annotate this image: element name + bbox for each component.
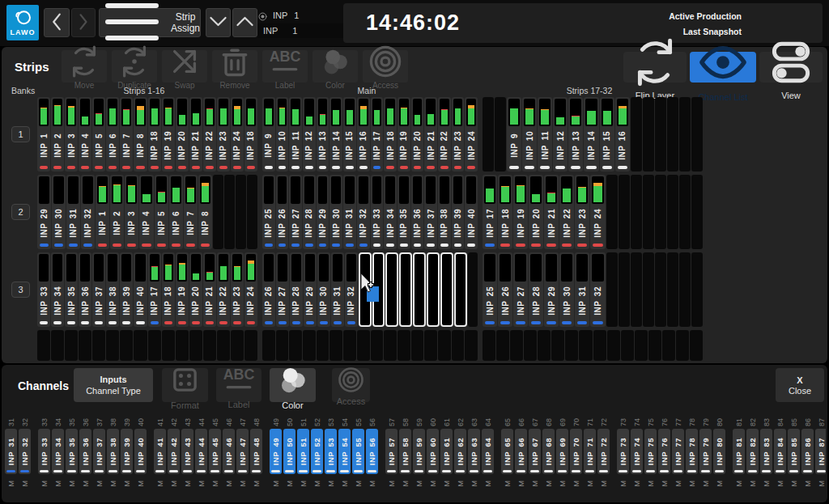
channel-inp-72[interactable]: INP 72 xyxy=(597,429,610,474)
strip-inp-32[interactable]: INP 32 xyxy=(357,175,370,249)
strip-inp-14[interactable]: INP 14 xyxy=(584,97,598,172)
strip-inp-31[interactable]: INP 31 xyxy=(66,175,80,249)
color-button[interactable]: Color xyxy=(312,50,358,83)
channel-inp-77[interactable]: INP 77 xyxy=(672,429,684,474)
channel-inp-69[interactable]: INP 69 xyxy=(556,429,568,474)
channel-inp-79[interactable]: INP 79 xyxy=(699,429,712,474)
channel-inp-78[interactable]: INP 78 xyxy=(686,429,698,474)
strip-inp-18[interactable]: INP 18 xyxy=(498,175,512,249)
channel-inp-39[interactable]: INP 39 xyxy=(121,429,133,474)
strip-inp-27[interactable]: INP 27 xyxy=(513,252,528,327)
strip-inp-10[interactable]: INP 10 xyxy=(276,97,289,172)
strip-inp-39[interactable]: INP 39 xyxy=(120,252,133,327)
strip-inp-9[interactable]: INP 9 xyxy=(507,97,521,172)
channel-inp-50[interactable]: INP 50 xyxy=(283,429,295,474)
strip-inp-1[interactable]: INP 1 xyxy=(96,175,109,249)
strip-inp-4[interactable]: INP 4 xyxy=(79,97,91,172)
channel-inp-67[interactable]: INP 67 xyxy=(529,429,541,474)
strip-inp-28[interactable]: INP 28 xyxy=(529,252,543,327)
strip-inp-33[interactable]: INP 33 xyxy=(37,252,50,327)
strip-inp-40[interactable]: INP 40 xyxy=(465,175,478,249)
strip-inp-20[interactable]: INP 20 xyxy=(411,97,424,172)
channel-inp-47[interactable]: INP 47 xyxy=(236,429,249,474)
strip-inp-40[interactable]: INP 40 xyxy=(134,252,147,327)
insert-target-slot[interactable] xyxy=(440,252,453,327)
strip-inp-30[interactable]: INP 30 xyxy=(329,175,342,249)
strip-inp-12[interactable]: INP 12 xyxy=(303,97,316,172)
strip-inp-7[interactable]: INP 7 xyxy=(184,175,198,249)
channel-inp-83[interactable]: INP 83 xyxy=(760,429,772,474)
strip-inp-6[interactable]: INP 6 xyxy=(169,175,183,249)
strip-inp-24[interactable]: INP 24 xyxy=(244,252,257,327)
channel-inp-53[interactable]: INP 53 xyxy=(325,429,337,474)
channel-inp-62[interactable]: INP 62 xyxy=(454,429,466,474)
strip-inp-23[interactable]: INP 23 xyxy=(452,97,465,172)
strip-inp-29[interactable]: INP 29 xyxy=(304,252,317,327)
strip-inp-30[interactable]: INP 30 xyxy=(317,252,330,327)
strip-inp-26[interactable]: INP 26 xyxy=(262,252,275,327)
strip-inp-20[interactable]: INP 20 xyxy=(189,252,202,327)
strip-inp-22[interactable]: INP 22 xyxy=(438,97,451,172)
strip-inp-19[interactable]: INP 19 xyxy=(176,252,189,327)
strip-inp-21[interactable]: INP 21 xyxy=(544,175,559,249)
strip-inp-15[interactable]: INP 15 xyxy=(343,97,356,172)
channel-inp-87[interactable]: INP 87 xyxy=(815,429,826,474)
strip-inp-36[interactable]: INP 36 xyxy=(411,175,424,249)
strip-inp-21[interactable]: INP 21 xyxy=(203,252,216,327)
format-button[interactable]: Format xyxy=(162,368,208,402)
channel-inp-80[interactable]: INP 80 xyxy=(713,429,725,474)
strip-inp-34[interactable]: INP 34 xyxy=(51,252,64,327)
strip-inp-31[interactable]: INP 31 xyxy=(331,252,344,327)
strip-inp-22[interactable]: INP 22 xyxy=(203,97,216,172)
strip-inp-7[interactable]: INP 7 xyxy=(120,97,133,172)
channel-inp-85[interactable]: INP 85 xyxy=(788,429,800,474)
channel-inp-31[interactable]: INP 31 xyxy=(5,429,17,474)
strip-inp-8[interactable]: INP 8 xyxy=(198,175,212,249)
strip-inp-31[interactable]: INP 31 xyxy=(343,175,356,249)
channel-inp-51[interactable]: INP 51 xyxy=(297,429,309,474)
strip-inp-28[interactable]: INP 28 xyxy=(290,252,303,327)
channel-inp-81[interactable]: INP 81 xyxy=(733,429,745,474)
strip-inp-19[interactable]: INP 19 xyxy=(397,97,410,172)
channel-access-button[interactable]: Access xyxy=(332,368,370,402)
channel-inp-73[interactable]: INP 73 xyxy=(617,429,629,474)
channel-inp-33[interactable]: INP 33 xyxy=(38,429,50,474)
strip-inp-9[interactable]: INP 9 xyxy=(262,97,275,172)
strip-inp-39[interactable]: INP 39 xyxy=(452,175,465,249)
strip-inp-25[interactable]: INP 25 xyxy=(262,175,275,249)
label-button[interactable]: ABC Label xyxy=(262,50,308,83)
strip-inp-32[interactable]: INP 32 xyxy=(590,252,605,327)
channel-inp-36[interactable]: INP 36 xyxy=(79,429,91,474)
insert-target-slot[interactable] xyxy=(385,252,398,327)
channel-select-field[interactable]: INP 1 xyxy=(257,23,356,38)
channel-label-button[interactable]: ABC Label xyxy=(216,368,261,402)
strip-inp-34[interactable]: INP 34 xyxy=(384,175,397,249)
strip-inp-30[interactable]: INP 30 xyxy=(559,252,574,327)
channel-inp-49[interactable]: INP 49 xyxy=(270,429,282,474)
channel-inp-48[interactable]: INP 48 xyxy=(250,429,262,474)
strip-inp-18[interactable]: INP 18 xyxy=(148,97,161,172)
bank-down-button[interactable] xyxy=(206,8,231,37)
close-button[interactable]: X Close xyxy=(776,368,824,402)
strip-inp-14[interactable]: INP 14 xyxy=(329,97,342,172)
strip-inp-36[interactable]: INP 36 xyxy=(79,252,91,327)
strip-inp-27[interactable]: INP 27 xyxy=(276,252,289,327)
insert-target-slot[interactable] xyxy=(372,252,385,327)
duplicate-button[interactable]: Duplicate xyxy=(112,50,157,83)
strip-inp-6[interactable]: INP 6 xyxy=(106,97,119,172)
strip-inp-3[interactable]: INP 3 xyxy=(125,175,138,249)
channel-inp-44[interactable]: INP 44 xyxy=(195,429,207,474)
channel-inp-46[interactable]: INP 46 xyxy=(223,429,235,474)
nav-back-button[interactable] xyxy=(44,8,70,37)
channel-inp-86[interactable]: INP 86 xyxy=(801,429,814,474)
strip-inp-18[interactable]: INP 18 xyxy=(244,97,257,172)
channel-inp-66[interactable]: INP 66 xyxy=(515,429,527,474)
channel-inp-58[interactable]: INP 58 xyxy=(399,429,411,474)
channel-inp-63[interactable]: INP 63 xyxy=(468,429,480,474)
strip-inp-17[interactable]: INP 17 xyxy=(483,175,497,249)
channel-inp-57[interactable]: INP 57 xyxy=(385,429,397,474)
bank-button-1[interactable]: 1 xyxy=(11,126,30,142)
channel-inp-64[interactable]: INP 64 xyxy=(482,429,494,474)
strip-inp-16[interactable]: INP 16 xyxy=(357,97,370,172)
channel-inp-68[interactable]: INP 68 xyxy=(542,429,555,474)
